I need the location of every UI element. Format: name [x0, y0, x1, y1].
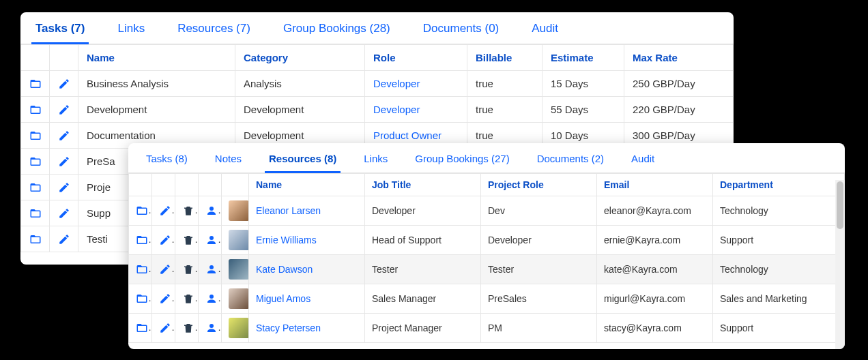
open-folder-icon[interactable] — [136, 292, 148, 305]
cell-name[interactable]: Ernie Williams — [249, 226, 365, 255]
cell-name: Business Analysis — [78, 71, 235, 97]
tab-audit[interactable]: Audit — [631, 153, 654, 172]
open-folder-icon[interactable] — [29, 233, 42, 245]
tab-documents[interactable]: Documents (2) — [537, 153, 604, 172]
delete-icon[interactable] — [182, 322, 194, 334]
user-icon[interactable] — [205, 234, 218, 246]
table-row[interactable]: Eleanor LarsenDeveloperDeveleanor@Kayra.… — [129, 196, 845, 226]
cell-job-title: Tester — [365, 255, 481, 284]
table-row[interactable]: Kate DawsonTesterTesterkate@Kayra.comTec… — [129, 255, 845, 284]
tab-resources[interactable]: Resources (7) — [177, 22, 250, 44]
open-folder-icon[interactable] — [29, 207, 42, 220]
tab-links[interactable]: Links — [117, 22, 145, 44]
tab-group-bookings[interactable]: Group Bookings (28) — [283, 22, 390, 44]
header-blank — [199, 174, 222, 196]
edit-icon[interactable] — [58, 104, 70, 116]
tab-group-bookings[interactable]: Group Bookings (27) — [415, 153, 509, 172]
edit-icon[interactable] — [58, 78, 70, 90]
cell-name: Development — [78, 97, 235, 123]
table-row[interactable]: DevelopmentDevelopmentDevelopertrue55 Da… — [21, 97, 734, 123]
tab-notes[interactable]: Notes — [215, 153, 242, 172]
header-category[interactable]: Category — [235, 45, 365, 71]
cell-project-role: Dev — [481, 196, 597, 226]
header-name[interactable]: Name — [78, 45, 235, 71]
cell-maxrate: 220 GBP/Day — [624, 97, 734, 123]
cell-project-role: Tester — [481, 255, 597, 284]
cell-name[interactable]: Eleanor Larsen — [249, 196, 365, 226]
header-role[interactable]: Role — [365, 45, 467, 71]
edit-icon[interactable] — [159, 322, 171, 334]
user-icon[interactable] — [205, 292, 218, 305]
avatar — [229, 200, 249, 221]
edit-icon[interactable] — [58, 233, 70, 245]
cell-job-title: Sales Manager — [365, 284, 481, 314]
cell-category: Analysis — [235, 71, 365, 97]
open-folder-icon[interactable] — [136, 263, 148, 275]
cell-email[interactable]: ernie@Kayra.com — [597, 226, 713, 255]
cell-email[interactable]: stacy@Kayra.com — [597, 314, 713, 343]
avatar — [229, 259, 249, 280]
edit-icon[interactable] — [159, 205, 171, 217]
cell-name[interactable]: Kate Dawson — [249, 255, 365, 284]
table-row[interactable]: Business AnalysisAnalysisDevelopertrue15… — [21, 71, 734, 97]
header-blank — [152, 174, 175, 196]
delete-icon[interactable] — [182, 292, 194, 305]
edit-icon[interactable] — [58, 181, 70, 194]
tab-documents[interactable]: Documents (0) — [423, 22, 499, 44]
header-blank — [129, 174, 152, 196]
edit-icon[interactable] — [58, 130, 70, 142]
open-folder-icon[interactable] — [29, 130, 42, 142]
edit-icon[interactable] — [159, 234, 171, 246]
table-row[interactable]: Ernie WilliamsHead of SupportDeveloperer… — [129, 226, 845, 255]
user-icon[interactable] — [205, 205, 218, 217]
header-maxrate[interactable]: Max Rate — [624, 45, 734, 71]
edit-icon[interactable] — [58, 207, 70, 220]
header-job-title[interactable]: Job Title — [365, 174, 481, 196]
scrollbar[interactable] — [835, 180, 845, 349]
table-row[interactable]: Miguel AmosSales ManagerPreSalesmigurl@K… — [129, 284, 845, 314]
header-billable[interactable]: Billable — [467, 45, 542, 71]
header-blank — [222, 174, 249, 196]
open-folder-icon[interactable] — [136, 322, 148, 334]
cell-job-title: Project Manager — [365, 314, 481, 343]
open-folder-icon[interactable] — [136, 205, 148, 217]
cell-email[interactable]: eleanor@Kayra.com — [597, 196, 713, 226]
table-header-row: Name Job Title Project Role Email Depart… — [129, 174, 845, 196]
delete-icon[interactable] — [182, 263, 194, 275]
tab-audit[interactable]: Audit — [532, 22, 558, 44]
cell-name[interactable]: Miguel Amos — [249, 284, 365, 314]
cell-job-title: Head of Support — [365, 226, 481, 255]
tab-tasks[interactable]: Tasks (8) — [146, 153, 188, 172]
edit-icon[interactable] — [159, 292, 171, 305]
cell-estimate: 55 Days — [542, 97, 624, 123]
delete-icon[interactable] — [182, 205, 194, 217]
edit-icon[interactable] — [58, 155, 70, 168]
edit-icon[interactable] — [159, 263, 171, 275]
header-name[interactable]: Name — [249, 174, 365, 196]
delete-icon[interactable] — [182, 234, 194, 246]
open-folder-icon[interactable] — [136, 234, 148, 246]
header-estimate[interactable]: Estimate — [542, 45, 624, 71]
table-row[interactable]: Stacy PetersenProject ManagerPMstacy@Kay… — [129, 314, 845, 343]
open-folder-icon[interactable] — [29, 181, 42, 194]
user-icon[interactable] — [205, 263, 218, 275]
header-department[interactable]: Department — [713, 174, 845, 196]
header-project-role[interactable]: Project Role — [481, 174, 597, 196]
cell-email[interactable]: migurl@Kayra.com — [597, 284, 713, 314]
tab-resources[interactable]: Resources (8) — [269, 153, 336, 172]
open-folder-icon[interactable] — [29, 104, 42, 116]
open-folder-icon[interactable] — [29, 78, 42, 90]
resources-tabs: Tasks (8) Notes Resources (8) Links Grou… — [128, 143, 845, 173]
tab-links[interactable]: Links — [364, 153, 388, 172]
cell-role[interactable]: Developer — [365, 97, 467, 123]
cell-project-role: PreSales — [481, 284, 597, 314]
cell-department: Sales and Marketing — [713, 284, 845, 314]
tab-tasks[interactable]: Tasks (7) — [35, 22, 85, 44]
user-icon[interactable] — [205, 322, 218, 334]
open-folder-icon[interactable] — [29, 155, 42, 168]
cell-email[interactable]: kate@Kayra.com — [597, 255, 713, 284]
cell-name[interactable]: Stacy Petersen — [249, 314, 365, 343]
scroll-thumb[interactable] — [837, 181, 843, 229]
header-email[interactable]: Email — [597, 174, 713, 196]
cell-role[interactable]: Developer — [365, 71, 467, 97]
